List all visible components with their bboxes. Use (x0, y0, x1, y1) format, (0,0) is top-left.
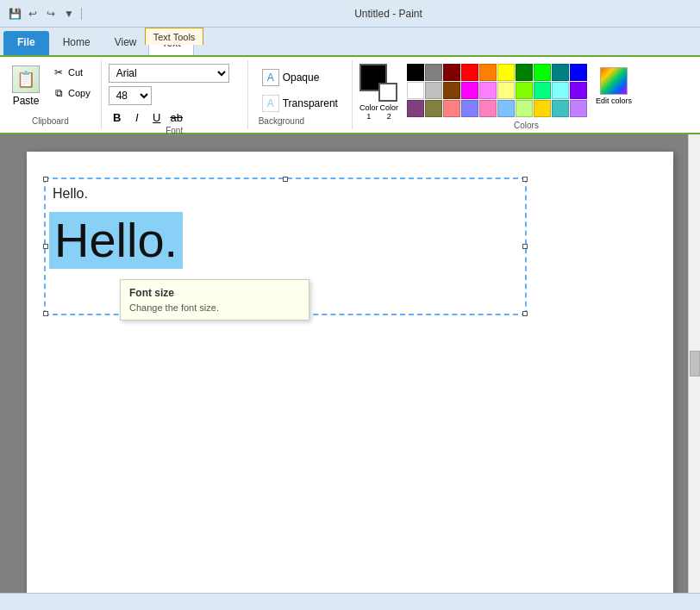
color-swatch[interactable] (461, 100, 478, 117)
dropdown-quick-btn[interactable]: ▼ (61, 6, 77, 22)
color-swatch[interactable] (443, 64, 460, 81)
quick-access-toolbar[interactable]: 💾 ↩ ↪ ▼ (7, 6, 84, 22)
font-name-row: Arial Times New Roman Courier New (109, 64, 241, 83)
tooltip-description: Change the font size. (129, 302, 300, 313)
color-swatch[interactable] (479, 82, 497, 99)
window-title: Untitled - Paint (84, 8, 693, 20)
canvas-scroll-area: Hello. Hello. Font size Change the font … (0, 134, 700, 593)
color-swatch[interactable] (407, 64, 424, 81)
copy-icon: ⧉ (52, 86, 66, 100)
color-swatch[interactable] (552, 64, 569, 81)
paste-button[interactable]: 📋 Paste (7, 64, 45, 109)
color-swatch[interactable] (461, 64, 478, 81)
color-swatch[interactable] (479, 100, 497, 117)
handle-top-center[interactable] (283, 177, 288, 182)
color-swatch[interactable] (443, 82, 460, 99)
handle-bottom-right[interactable] (522, 311, 528, 316)
edit-colors-label: Edit colors (596, 96, 632, 105)
handle-bottom-left[interactable] (43, 311, 48, 316)
tooltip-box: Font size Change the font size. (120, 279, 309, 321)
small-text: Hello. (53, 186, 88, 202)
color-swatch[interactable] (479, 64, 497, 81)
scroll-thumb[interactable] (690, 351, 700, 377)
paint-canvas[interactable]: Hello. Hello. Font size Change the font … (27, 152, 673, 593)
palette-row-3 (407, 100, 587, 117)
color-swatch[interactable] (552, 100, 569, 117)
color2-box (378, 83, 397, 102)
color-swatch[interactable] (534, 64, 551, 81)
handle-top-left[interactable] (43, 177, 48, 182)
tab-view[interactable]: View (103, 31, 149, 55)
tabs-row: File Home View Text (0, 28, 700, 55)
color-swatch[interactable] (534, 82, 551, 99)
bold-button[interactable]: B (109, 109, 126, 126)
palette-row-2 (407, 82, 587, 99)
opaque-button[interactable]: A Opaque (259, 66, 341, 89)
title-bar: 💾 ↩ ↪ ▼ Untitled - Paint (0, 0, 700, 28)
font-section: Arial Times New Roman Courier New 48 891… (102, 60, 248, 129)
color-selectors: Color1 Color2 (359, 64, 398, 121)
color-swatch[interactable] (425, 64, 442, 81)
cut-copy-group: ✂ Cut ⧉ Copy (48, 64, 94, 102)
scissors-icon: ✂ (52, 65, 66, 79)
colors-section-label: Colors (359, 121, 693, 130)
color-swatch[interactable] (534, 100, 551, 117)
clipboard-label: Clipboard (32, 113, 69, 126)
edit-colors-button[interactable]: Edit colors (592, 64, 635, 109)
cut-button[interactable]: ✂ Cut (48, 64, 94, 81)
color-swatch[interactable] (516, 100, 533, 117)
ribbon-tabs-area: Text Tools File Home View Text (0, 28, 700, 57)
opaque-icon: A (262, 69, 279, 86)
status-bar (0, 593, 700, 610)
color-swatch[interactable] (570, 82, 587, 99)
handle-top-right[interactable] (522, 177, 528, 182)
font-size-row: 48 89101112 1416182024 28323640 72 (109, 86, 241, 105)
color-swatch[interactable] (425, 100, 442, 117)
colors-section: Color1 Color2 Edit colors Colors (353, 60, 700, 129)
color-swatch[interactable] (570, 64, 587, 81)
color-swatch[interactable] (443, 100, 460, 117)
background-section: A Opaque A Transparent Background (248, 60, 353, 129)
save-quick-btn[interactable]: 💾 (7, 6, 22, 22)
transparent-icon: A (262, 95, 279, 112)
font-name-select[interactable]: Arial Times New Roman Courier New (109, 64, 229, 83)
font-size-select[interactable]: 48 89101112 1416182024 28323640 72 (109, 86, 152, 105)
edit-colors-icon (600, 67, 628, 95)
color-swatch[interactable] (497, 82, 515, 99)
color-palette-container (407, 64, 587, 117)
handle-middle-right[interactable] (522, 244, 528, 249)
copy-button[interactable]: ⧉ Copy (48, 84, 94, 102)
color-swatch[interactable] (425, 82, 442, 99)
redo-quick-btn[interactable]: ↪ (43, 6, 59, 22)
color-swatch[interactable] (516, 82, 533, 99)
tab-file[interactable]: File (3, 31, 49, 55)
italic-button[interactable]: I (128, 109, 146, 126)
colors-top: Color1 Color2 Edit colors (359, 64, 693, 121)
color-swatch[interactable] (497, 64, 515, 81)
color-swatch[interactable] (407, 100, 424, 117)
transparent-button[interactable]: A Transparent (259, 92, 341, 115)
background-section-label: Background (259, 116, 304, 126)
right-scrollbar[interactable] (688, 134, 700, 593)
undo-quick-btn[interactable]: ↩ (25, 6, 41, 22)
tab-home[interactable]: Home (51, 31, 103, 55)
handle-middle-left[interactable] (43, 244, 48, 249)
color-swatch[interactable] (516, 64, 533, 81)
color2-label: Color2 (379, 103, 398, 121)
main-area: Hello. Hello. Font size Change the font … (0, 134, 700, 593)
paste-label: Paste (13, 95, 40, 107)
underline-button[interactable]: U (148, 109, 166, 126)
strikethrough-button[interactable]: ab (168, 109, 185, 126)
opaque-label: Opaque (283, 72, 320, 84)
background-options: A Opaque A Transparent (259, 64, 341, 116)
color1-selector[interactable] (359, 64, 397, 102)
tooltip-title: Font size (129, 287, 300, 299)
color-swatch[interactable] (570, 100, 587, 117)
color-swatch[interactable] (552, 82, 569, 99)
cut-label: Cut (68, 67, 83, 78)
color-swatch[interactable] (407, 82, 424, 99)
copy-label: Copy (68, 88, 91, 98)
color-swatch[interactable] (461, 82, 478, 99)
color-swatch[interactable] (497, 100, 515, 117)
color-labels: Color1 Color2 (359, 103, 398, 121)
